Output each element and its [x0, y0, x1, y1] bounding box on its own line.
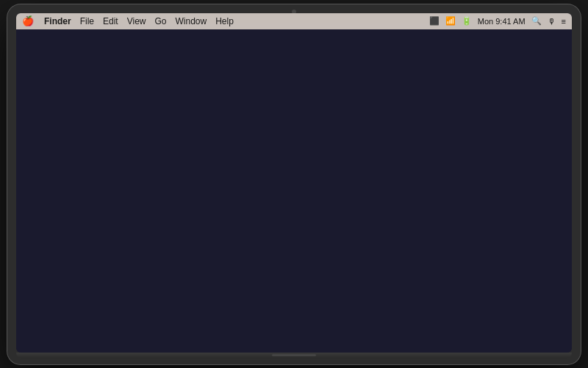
menu-help[interactable]: Help [215, 16, 234, 26]
laptop-frame: 🍎 Finder File Edit View Go Window Help ⬛… [7, 4, 581, 364]
battery-icon[interactable]: 🔋 [462, 16, 472, 26]
menu-window[interactable]: Window [176, 16, 207, 26]
wifi-icon[interactable]: 📶 [445, 16, 456, 26]
apple-logo-icon[interactable]: 🍎 [22, 15, 34, 26]
clock: Mon 9:41 AM [478, 17, 526, 26]
laptop-bottom [16, 353, 572, 358]
menu-go[interactable]: Go [155, 16, 167, 26]
menu-bar-right: ⬛ 📶 🔋 Mon 9:41 AM 🔍 🎙 ≡ [429, 16, 566, 26]
airplay-icon[interactable]: ⬛ [429, 16, 440, 26]
menu-bar-left: 🍎 Finder File Edit View Go Window Help [22, 15, 234, 26]
screen: 🍎 Finder File Edit View Go Window Help ⬛… [16, 13, 572, 353]
search-icon[interactable]: 🔍 [531, 16, 542, 26]
menu-edit[interactable]: Edit [103, 16, 118, 26]
menu-bar: 🍎 Finder File Edit View Go Window Help ⬛… [16, 13, 572, 29]
app-name[interactable]: Finder [44, 16, 71, 26]
control-center-icon[interactable]: ≡ [562, 17, 566, 26]
menu-file[interactable]: File [80, 16, 94, 26]
menu-view[interactable]: View [127, 16, 146, 26]
siri-icon[interactable]: 🎙 [548, 17, 556, 26]
